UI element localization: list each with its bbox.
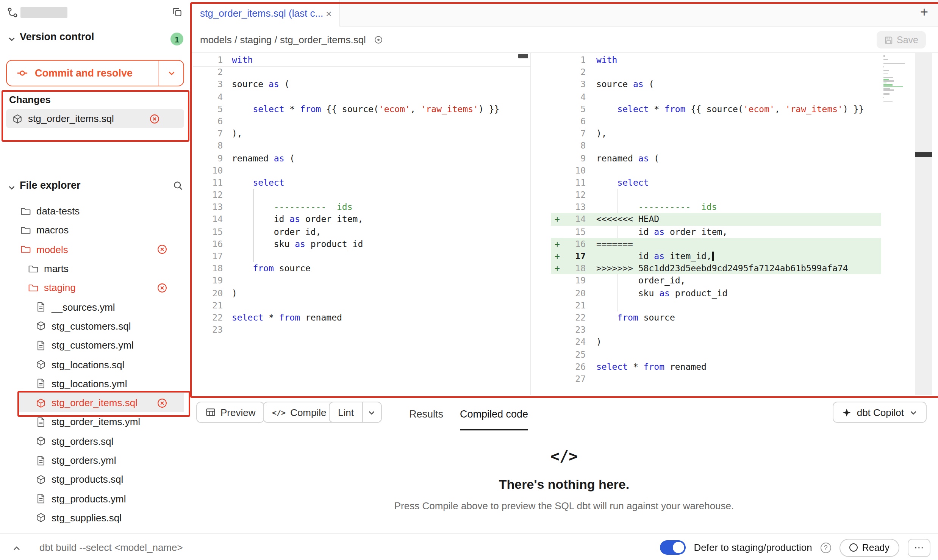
save-button[interactable]: Save: [876, 31, 926, 48]
code-line[interactable]: 25: [551, 348, 881, 360]
defer-toggle[interactable]: [660, 540, 686, 555]
code-line[interactable]: 3source as (: [551, 78, 881, 91]
file-explorer-item-stg_orders.sql[interactable]: stg_orders.sql: [0, 432, 190, 451]
code-line[interactable]: 5 select * from {{ source('ecom', 'raw_i…: [193, 103, 530, 115]
file-explorer-item-stg_supplies.sql[interactable]: stg_supplies.sql: [0, 508, 190, 528]
code-line[interactable]: 4: [551, 91, 881, 103]
commit-and-resolve-button[interactable]: Commit and resolve: [6, 60, 184, 86]
code-line[interactable]: +14<<<<<<< HEAD: [551, 213, 881, 225]
file-explorer-header[interactable]: File explorer: [20, 180, 81, 191]
merge-conflict-icon[interactable]: [157, 397, 167, 408]
code-line[interactable]: 12: [193, 189, 530, 201]
code-line[interactable]: 6: [551, 115, 881, 127]
minimap[interactable]: [883, 55, 906, 104]
code-line[interactable]: +18>>>>>>> 58c1dd23d5eebd9cd2495fa7124ab…: [551, 262, 881, 274]
more-menu-button[interactable]: ⋯: [908, 538, 930, 557]
file-explorer-item-stg_order_items.sql[interactable]: stg_order_items.sql: [0, 393, 190, 413]
code-line[interactable]: 16 sku as product_id: [193, 238, 530, 250]
merge-conflict-icon[interactable]: [157, 283, 167, 293]
code-line[interactable]: 24): [551, 336, 881, 348]
file-explorer-item-stg_locations.sql[interactable]: stg_locations.sql: [0, 355, 190, 374]
code-line[interactable]: 1with: [551, 54, 881, 66]
code-line[interactable]: 9renamed as (: [551, 152, 881, 164]
copy-icon[interactable]: [172, 7, 183, 17]
code-line[interactable]: 2: [551, 66, 881, 78]
breadcrumb-target-icon[interactable]: [374, 34, 383, 44]
code-line[interactable]: 20 sku as product_id: [551, 287, 881, 299]
file-explorer-item-staging[interactable]: staging: [0, 278, 190, 297]
code-line[interactable]: 20): [193, 287, 530, 299]
code-line[interactable]: 2: [193, 66, 530, 78]
lint-dropdown-chevron-icon[interactable]: [363, 402, 381, 422]
code-line[interactable]: 4: [193, 91, 530, 103]
help-icon[interactable]: ?: [821, 542, 831, 553]
expand-command-chevron-icon[interactable]: [12, 544, 21, 553]
code-line[interactable]: 27: [551, 373, 881, 385]
code-line[interactable]: 7),: [193, 127, 530, 139]
status-badge[interactable]: Ready: [840, 538, 899, 557]
lint-button[interactable]: Lint: [330, 402, 362, 422]
file-explorer-item-data-tests[interactable]: data-tests: [0, 202, 190, 221]
code-line[interactable]: 10: [193, 164, 530, 176]
search-icon[interactable]: [173, 180, 183, 191]
code-line[interactable]: 23: [551, 324, 881, 336]
code-line[interactable]: 11 select: [193, 177, 530, 189]
file-explorer-item-stg_customers.yml[interactable]: stg_customers.yml: [0, 336, 190, 355]
code-line[interactable]: 7),: [551, 127, 881, 139]
merge-conflict-icon[interactable]: [157, 244, 167, 255]
code-line[interactable]: 9renamed as (: [193, 152, 530, 164]
file-explorer-item-stg_products.yml[interactable]: stg_products.yml: [0, 489, 190, 508]
version-control-chevron-icon[interactable]: [8, 35, 16, 43]
code-line[interactable]: 21: [551, 299, 881, 311]
code-line[interactable]: 3source as (: [193, 78, 530, 91]
code-line[interactable]: 6: [193, 115, 530, 127]
code-line[interactable]: 26select * from renamed: [551, 360, 881, 372]
file-explorer-item-macros[interactable]: macros: [0, 221, 190, 240]
commit-dropdown-chevron-icon[interactable]: [159, 69, 183, 77]
file-explorer-item-stg_locations.yml[interactable]: stg_locations.yml: [0, 374, 190, 393]
tab-results[interactable]: Results: [409, 400, 443, 429]
original-pane[interactable]: 1with23source as (45 select * from {{ so…: [193, 54, 530, 336]
code-line[interactable]: 18 from source: [193, 262, 530, 274]
code-line[interactable]: 22 from source: [551, 311, 881, 324]
editor-scrollbar-thumb[interactable]: [915, 152, 932, 157]
code-line[interactable]: +16=======: [551, 238, 881, 250]
code-line[interactable]: 1with: [193, 54, 530, 66]
code-line[interactable]: 8: [193, 140, 530, 152]
file-explorer-item-stg_order_items.yml[interactable]: stg_order_items.yml: [0, 413, 190, 432]
code-line[interactable]: 23: [193, 324, 530, 336]
dbt-copilot-button[interactable]: dbt Copilot: [833, 402, 927, 423]
code-line[interactable]: 13 ---------- ids: [551, 201, 881, 213]
code-line[interactable]: 10: [551, 164, 881, 176]
code-line[interactable]: 13 ---------- ids: [193, 201, 530, 213]
tab-compiled-code[interactable]: Compiled code: [460, 400, 528, 430]
editor-tab-active[interactable]: stg_order_items.sql (last c... ×: [190, 0, 340, 27]
version-control-header[interactable]: Version control: [20, 31, 94, 42]
code-line[interactable]: +17 id as item_id,: [551, 250, 881, 262]
new-tab-icon[interactable]: +: [920, 5, 928, 20]
command-hint[interactable]: dbt build --select <model_name>: [39, 542, 183, 553]
code-line[interactable]: 19 order_id,: [551, 275, 881, 287]
code-line[interactable]: 8: [551, 140, 881, 152]
tab-close-icon[interactable]: ×: [326, 8, 332, 19]
code-line[interactable]: 17: [193, 250, 530, 262]
code-line[interactable]: 11 select: [551, 177, 881, 189]
file-explorer-chevron-icon[interactable]: [8, 183, 16, 192]
code-line[interactable]: 12: [551, 189, 881, 201]
code-line[interactable]: 19: [193, 275, 530, 287]
changed-file-row[interactable]: stg_order_items.sql: [6, 109, 184, 128]
file-explorer-item-stg_products.sql[interactable]: stg_products.sql: [0, 470, 190, 489]
diff-editor[interactable]: 1with23source as (45 select * from {{ so…: [190, 53, 938, 395]
left-pane-scrollbar-thumb[interactable]: [518, 54, 528, 58]
preview-button[interactable]: Preview: [196, 402, 265, 423]
file-explorer-item-stg_customers.sql[interactable]: stg_customers.sql: [0, 317, 190, 336]
modified-pane[interactable]: 1with23source as (45 select * from {{ so…: [551, 54, 881, 385]
file-explorer-item-stg_orders.yml[interactable]: stg_orders.yml: [0, 451, 190, 470]
compile-button[interactable]: </> Compile: [263, 402, 336, 423]
code-line[interactable]: 5 select * from {{ source('ecom', 'raw_i…: [551, 103, 881, 115]
code-line[interactable]: 15 id as order_item,: [551, 225, 881, 238]
code-line[interactable]: 21: [193, 299, 530, 311]
merge-conflict-icon[interactable]: [149, 113, 160, 124]
file-explorer-item-models[interactable]: models: [0, 240, 190, 259]
file-explorer-item-__sources.yml[interactable]: __sources.yml: [0, 297, 190, 317]
